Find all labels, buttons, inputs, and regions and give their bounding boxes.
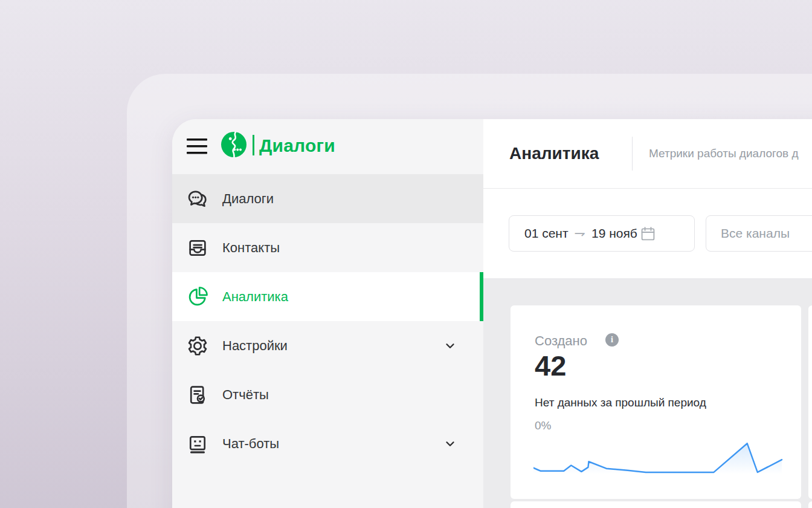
page-title: Аналитика [509, 144, 599, 163]
kpi-card-partial-bottom-right [808, 501, 812, 508]
filter-bar: 01 сент ⇁ 19 нояб Все каналы [483, 189, 812, 278]
chevron-down-icon [443, 437, 457, 451]
desktop-background: Диалоги Диалоги [0, 0, 812, 508]
date-arrow-icon: ⇁ [575, 226, 585, 241]
kpi-card-partial-right [808, 305, 812, 499]
pie-chart-icon [186, 285, 209, 308]
kpi-card-partial-bottom [511, 501, 801, 508]
app-title: Диалоги [259, 135, 335, 156]
kpi-card-created: Создано 42 Нет данных за прошлый период … [511, 305, 801, 499]
sidebar-item-label: Чат-боты [222, 436, 279, 452]
sidebar-item-dialogi[interactable]: Диалоги [172, 174, 483, 223]
app-window: Диалоги Диалоги [172, 119, 812, 508]
sidebar-item-kontakty[interactable]: Контакты [172, 223, 483, 272]
sidebar-item-analitika[interactable]: Аналитика [172, 272, 483, 321]
sidebar-nav: Диалоги Контакты [172, 174, 483, 468]
sparkline-area [533, 443, 782, 474]
chat-icon [186, 187, 209, 210]
contacts-icon [186, 236, 209, 259]
calendar-icon [640, 226, 656, 242]
sidebar-item-label: Аналитика [222, 289, 288, 305]
date-start: 01 сент [524, 226, 569, 241]
info-icon[interactable] [605, 333, 619, 347]
menu-toggle-button[interactable] [186, 135, 209, 157]
sidebar-header: Диалоги [172, 119, 483, 174]
kpi-comparison-note: Нет данных за прошлый период [535, 396, 706, 409]
logo-divider [253, 135, 254, 155]
date-range-picker[interactable]: 01 сент ⇁ 19 нояб [509, 215, 695, 252]
megafon-logo-icon [221, 131, 247, 158]
sidebar-item-label: Диалоги [222, 191, 274, 207]
channels-value: Все каналы [721, 226, 790, 241]
sidebar: Диалоги Диалоги [172, 119, 483, 508]
chevron-down-icon [443, 339, 457, 353]
main-content: Аналитика Метрики работы диалогов д 01 с… [483, 119, 812, 508]
kpi-value: 42 [535, 349, 566, 382]
report-icon [186, 383, 209, 406]
page-subtitle: Метрики работы диалогов д [649, 147, 799, 160]
dashboard-grid: Создано 42 Нет данных за прошлый период … [483, 278, 812, 508]
kpi-percent: 0% [535, 419, 551, 432]
header-divider [632, 137, 633, 171]
channels-select[interactable]: Все каналы [706, 215, 812, 252]
sidebar-item-label: Контакты [222, 240, 280, 256]
sidebar-item-chat-boty[interactable]: Чат-боты [172, 419, 483, 468]
hamburger-icon [186, 135, 209, 157]
kpi-label: Создано [535, 333, 587, 349]
sidebar-item-label: Настройки [222, 338, 288, 354]
date-end: 19 нояб [591, 226, 637, 241]
sidebar-item-label: Отчёты [222, 387, 269, 403]
page-header: Аналитика Метрики работы диалогов д [483, 119, 812, 189]
sparkline-chart [533, 440, 784, 474]
sidebar-item-otchety[interactable]: Отчёты [172, 370, 483, 419]
sidebar-item-nastroyki[interactable]: Настройки [172, 321, 483, 370]
robot-icon [186, 432, 209, 455]
gear-icon [186, 334, 209, 357]
